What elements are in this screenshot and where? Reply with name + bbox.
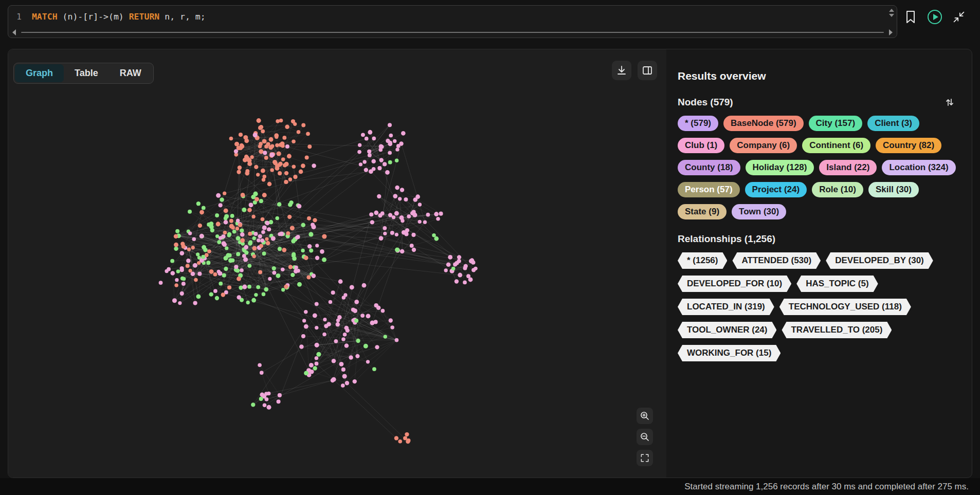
scroll-up-arrow-icon[interactable] <box>889 9 894 12</box>
zoom-in-icon <box>640 411 650 421</box>
collapse-editor-button[interactable] <box>950 8 968 26</box>
scroll-left-arrow-icon[interactable] <box>12 29 16 35</box>
nodes-heading: Nodes (579) <box>678 97 733 108</box>
zoom-controls <box>637 408 653 466</box>
fit-to-screen-icon <box>640 453 650 463</box>
node-label-pill[interactable]: Project (24) <box>745 182 807 197</box>
graph-view[interactable]: GraphTableRAW <box>8 49 666 478</box>
node-label-pill[interactable]: BaseNode (579) <box>723 116 804 131</box>
tab-table[interactable]: Table <box>64 64 109 82</box>
node-label-pill[interactable]: Role (10) <box>812 182 863 197</box>
tab-graph[interactable]: Graph <box>15 64 64 82</box>
relationship-type-chip[interactable]: * (1256) <box>678 252 727 269</box>
line-number: 1 <box>16 12 22 22</box>
node-label-pill[interactable]: Holiday (128) <box>746 160 814 175</box>
relationship-type-chip[interactable]: TOOL_OWNER (24) <box>678 322 776 338</box>
node-label-pill[interactable]: Client (3) <box>867 116 919 131</box>
toggle-sidebar-button[interactable] <box>638 61 657 80</box>
sort-button[interactable] <box>944 97 955 108</box>
query-text[interactable]: MATCH (n)-[r]->(m) RETURN n, r, m; <box>32 12 206 22</box>
node-label-pill[interactable]: Person (57) <box>678 182 740 197</box>
node-label-pills: * (579)BaseNode (579)City (157)Client (3… <box>678 116 965 219</box>
relationship-type-chip[interactable]: DEVELOPED_FOR (10) <box>678 276 791 292</box>
relationship-type-chip[interactable]: LOCATED_IN (319) <box>678 299 774 315</box>
editor-horizontal-scrollbar[interactable] <box>8 27 897 38</box>
node-label-pill[interactable]: County (18) <box>678 160 740 175</box>
node-label-pill[interactable]: Country (82) <box>876 138 941 153</box>
play-icon <box>926 8 943 26</box>
graph-canvas[interactable] <box>8 49 666 478</box>
tab-raw[interactable]: RAW <box>109 64 152 82</box>
relationship-type-chip[interactable]: ATTENDED (530) <box>732 252 821 269</box>
zoom-in-button[interactable] <box>637 408 653 424</box>
scroll-down-arrow-icon[interactable] <box>889 14 894 17</box>
collapse-icon <box>951 9 967 25</box>
node-label-pill[interactable]: Continent (6) <box>802 138 870 153</box>
relationship-type-chip[interactable]: DEVELOPED_BY (30) <box>826 252 933 269</box>
results-panel: GraphTableRAW <box>8 49 972 478</box>
node-label-pill[interactable]: Location (324) <box>882 160 955 175</box>
run-query-button[interactable] <box>926 8 943 26</box>
result-view-tabs: GraphTableRAW <box>13 63 154 84</box>
fit-to-screen-button[interactable] <box>637 450 653 466</box>
zoom-out-icon <box>640 432 650 442</box>
relationship-type-chips: * (1256)ATTENDED (530)DEVELOPED_BY (30)D… <box>678 252 965 361</box>
status-bar: Started streaming 1,256 records after 30… <box>0 478 980 495</box>
download-button[interactable] <box>612 61 631 80</box>
node-label-pill[interactable]: Skill (30) <box>868 182 919 197</box>
node-label-pill[interactable]: Island (22) <box>819 160 877 175</box>
node-label-pill[interactable]: City (157) <box>809 116 863 131</box>
zoom-out-button[interactable] <box>637 429 653 445</box>
node-label-pill[interactable]: Company (6) <box>730 138 797 153</box>
editor-line: 1 MATCH (n)-[r]->(m) RETURN n, r, m; <box>8 6 897 27</box>
results-overview-title: Results overview <box>678 70 965 82</box>
relationship-type-chip[interactable]: TRAVELLED_TO (205) <box>782 322 892 338</box>
node-label-pill[interactable]: * (579) <box>678 116 718 131</box>
node-label-pill[interactable]: Club (1) <box>678 138 724 153</box>
relationship-type-chip[interactable]: WORKING_FOR (15) <box>678 345 781 361</box>
sort-icon <box>944 97 955 108</box>
cypher-editor[interactable]: 1 MATCH (n)-[r]->(m) RETURN n, r, m; <box>8 5 897 38</box>
scrollbar-thumb[interactable] <box>21 32 884 33</box>
bookmark-icon <box>904 10 917 24</box>
query-token-plain: (n)-[r]->(m) <box>58 12 129 22</box>
download-icon <box>616 65 627 76</box>
nodes-heading-row: Nodes (579) <box>678 97 965 108</box>
relationship-type-chip[interactable]: TECHNOLOGY_USED (118) <box>779 299 911 315</box>
editor-vertical-scroll[interactable] <box>889 9 894 17</box>
graph-actions <box>612 61 657 80</box>
bookmark-button[interactable] <box>902 8 919 26</box>
query-token-keyword: MATCH <box>32 12 58 22</box>
sidebar-panel-icon <box>642 65 653 76</box>
query-token-keyword: RETURN <box>129 12 160 22</box>
node-label-pill[interactable]: State (9) <box>678 204 727 219</box>
query-token-plain: n, r, m; <box>159 12 205 22</box>
relationship-type-chip[interactable]: HAS_TOPIC (5) <box>796 276 878 292</box>
results-overview-sidebar: Results overview Nodes (579) * (579)Base… <box>666 49 972 478</box>
status-text: Started streaming 1,256 records after 30… <box>684 482 969 492</box>
node-label-pill[interactable]: Town (30) <box>732 204 786 219</box>
relationships-heading: Relationships (1,256) <box>678 233 965 245</box>
editor-actions <box>902 8 968 26</box>
scroll-right-arrow-icon[interactable] <box>889 29 893 35</box>
